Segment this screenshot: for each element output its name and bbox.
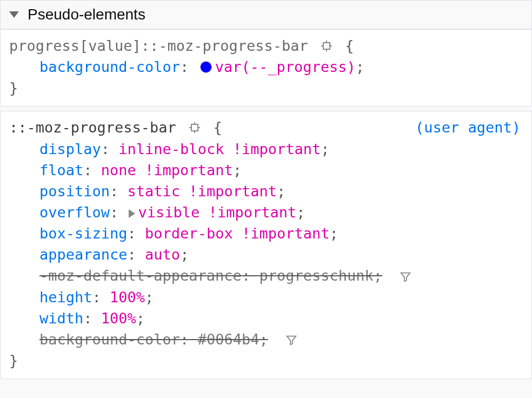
css-rule-block: progress[value]::-moz-progress-bar { bac…	[0, 29, 532, 107]
css-rule-block: (user agent) ::-moz-progress-bar { displ…	[0, 111, 532, 379]
close-brace-line: }	[9, 350, 523, 371]
property-name[interactable]: position	[39, 183, 110, 200]
css-declaration[interactable]: display: inline-block !important;	[9, 138, 523, 160]
property-value[interactable]: 100%	[110, 289, 145, 306]
filter-icon[interactable]	[400, 271, 411, 283]
property-value[interactable]: inline-block !important	[118, 141, 321, 157]
styles-panel: Pseudo-elements progress[value]::-moz-pr…	[0, 0, 532, 379]
css-declaration[interactable]: float: none !important;	[9, 160, 523, 181]
section-title: Pseudo-elements	[28, 6, 145, 23]
property-value[interactable]: border-box !important	[145, 225, 329, 242]
property-value[interactable]: var(--_progress)	[215, 58, 356, 75]
open-brace: {	[345, 37, 354, 54]
open-brace: {	[213, 119, 222, 136]
property-value[interactable]: static !important	[128, 183, 277, 200]
property-name[interactable]: background-color	[39, 58, 180, 75]
property-value[interactable]: progresschunk	[259, 267, 373, 284]
css-selector[interactable]: ::-moz-progress-bar	[9, 119, 176, 136]
property-name[interactable]: background-color	[39, 331, 180, 348]
property-name[interactable]: display	[39, 141, 101, 157]
property-value[interactable]: auto	[145, 246, 180, 263]
property-name[interactable]: width	[39, 310, 83, 327]
collapse-twisty-icon[interactable]	[9, 11, 19, 18]
selector-line: progress[value]::-moz-progress-bar {	[9, 35, 523, 56]
highlight-element-icon[interactable]	[320, 39, 333, 52]
css-selector[interactable]: progress[value]::-moz-progress-bar	[9, 37, 308, 54]
property-name[interactable]: overflow	[39, 204, 110, 221]
css-declaration-overridden[interactable]: background-color: #0064b4;	[9, 329, 523, 350]
css-declaration[interactable]: width: 100%;	[9, 308, 523, 329]
close-brace-line: }	[9, 77, 523, 98]
close-brace: }	[9, 79, 18, 96]
filter-icon[interactable]	[285, 334, 297, 346]
svg-rect-5	[191, 124, 198, 131]
pseudo-elements-section-header[interactable]: Pseudo-elements	[0, 0, 532, 29]
expand-shorthand-icon[interactable]	[129, 209, 135, 218]
css-declaration[interactable]: height: 100%;	[9, 287, 523, 308]
property-name[interactable]: appearance	[39, 246, 128, 263]
property-name[interactable]: height	[39, 289, 92, 306]
css-declaration[interactable]: appearance: auto;	[9, 244, 523, 265]
property-value[interactable]: none !important	[101, 162, 233, 178]
property-name[interactable]: box-sizing	[39, 225, 128, 242]
selector-line: ::-moz-progress-bar {	[9, 117, 523, 138]
property-value[interactable]: #0064b4	[198, 331, 260, 348]
property-value[interactable]: 100%	[101, 310, 136, 327]
property-value[interactable]: visible !important	[138, 204, 297, 221]
css-declaration[interactable]: background-color: var(--_progress);	[9, 56, 523, 77]
property-name[interactable]: -moz-default-appearance	[39, 267, 242, 284]
css-declaration[interactable]: box-sizing: border-box !important;	[9, 223, 523, 244]
css-declaration[interactable]: position: static !important;	[9, 181, 523, 202]
close-brace: }	[9, 352, 18, 369]
property-name[interactable]: float	[39, 162, 83, 178]
css-declaration[interactable]: overflow: visible !important;	[9, 202, 523, 223]
highlight-element-icon[interactable]	[188, 121, 201, 134]
css-declaration-overridden[interactable]: -moz-default-appearance: progresschunk;	[9, 265, 523, 286]
svg-rect-0	[323, 43, 330, 49]
color-swatch-icon[interactable]	[200, 61, 212, 73]
